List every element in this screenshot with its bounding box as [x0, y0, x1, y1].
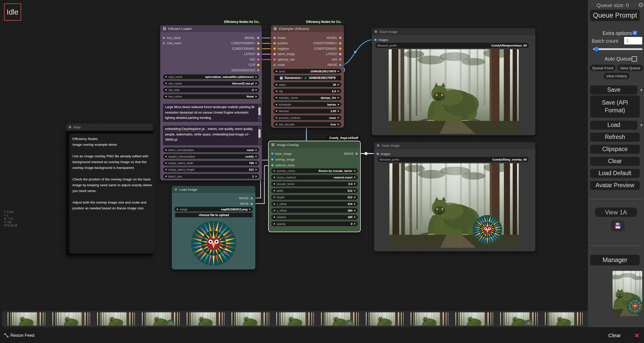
widget-seed[interactable]: ◀ seed 1046036195170979 ▶: [273, 69, 341, 74]
increment-arrow-icon[interactable]: ▶: [338, 104, 339, 106]
decrement-arrow-icon[interactable]: ◀: [165, 95, 167, 97]
widget-preview_method[interactable]: ◀ preview_method none ▶: [273, 115, 341, 120]
menu-clear-button[interactable]: Clear: [590, 157, 640, 166]
increment-arrow-icon[interactable]: ▶: [338, 123, 339, 125]
decrement-arrow-icon[interactable]: ◀: [275, 84, 277, 86]
note-textarea[interactable]: Efficiency Nodes Image overlay example d…: [69, 134, 155, 253]
positive-prompt-textarea[interactable]: Large Moss beast redwood forest landscap…: [163, 104, 261, 122]
increment-arrow-icon[interactable]: ▶: [354, 216, 356, 218]
widget-resize_method[interactable]: ◀ resize_method nearest-exact ▶: [271, 175, 358, 180]
dropdown-arrow-icon[interactable]: ▼: [640, 123, 643, 127]
node-ksampler[interactable]: Efficiency Nodes for Co.. KSampler (Effi…: [271, 25, 344, 128]
widget-overlay_resize[interactable]: ◀ overlay_resize Resize by rescale_facto…: [271, 168, 358, 173]
node-save-image-overlay[interactable]: Save Image images filename_prefix ComfyU…: [374, 142, 535, 251]
view-queue-button[interactable]: View Queue: [617, 65, 643, 71]
port-dot-cnet_stack[interactable]: [163, 42, 165, 44]
feed-thumbnail[interactable]: [455, 312, 493, 326]
port-images[interactable]: images: [375, 151, 392, 157]
feed-thumbnail[interactable]: [276, 312, 314, 326]
feed-close-button[interactable]: ×: [631, 330, 642, 341]
port-dot-MASK[interactable]: [251, 203, 253, 205]
increment-arrow-icon[interactable]: ▶: [354, 223, 356, 225]
decrement-arrow-icon[interactable]: ◀: [165, 175, 167, 177]
widget-token_normalization[interactable]: ◀ token_normalization none ▶: [163, 148, 259, 152]
menu-clipspace-button[interactable]: Clipspace: [590, 145, 640, 154]
port-VAE[interactable]: VAE: [230, 57, 261, 62]
node-load-image[interactable]: Load Image IMAGEMASK ◀ image eag00118bl5…: [172, 186, 255, 269]
decrement-arrow-icon[interactable]: ◀: [273, 190, 275, 192]
widget-filename-prefix[interactable]: filename_prefix ComfyUI\img_overlay_00: [378, 157, 529, 162]
feed-thumbnail[interactable]: [545, 312, 583, 326]
port-dot[interactable]: [374, 39, 377, 41]
widget-empty_latent_width[interactable]: ◀ empty_latent_width 768 ▶: [163, 161, 259, 166]
decrement-arrow-icon[interactable]: ◀: [273, 210, 275, 212]
decrement-arrow-icon[interactable]: ◀: [275, 117, 277, 119]
decrement-arrow-icon[interactable]: ◀: [176, 208, 178, 210]
widget-opacity[interactable]: ◀ opacity 0 ▶: [271, 221, 358, 226]
port-script[interactable]: script: [272, 62, 296, 68]
decrement-arrow-icon[interactable]: ◀: [273, 170, 275, 172]
port-dot[interactable]: [377, 153, 379, 155]
node-note[interactable]: Note Efficiency Nodes Image overlay exam…: [66, 124, 153, 256]
decrement-arrow-icon[interactable]: ◀: [165, 149, 167, 151]
port-dot-CLIP[interactable]: [257, 64, 259, 66]
port-latent_image[interactable]: latent_image: [272, 52, 296, 57]
widget-denoise[interactable]: ◀ denoise 1.00 ▶: [273, 109, 341, 114]
collapse-icon[interactable]: [163, 27, 166, 30]
widget-height[interactable]: ◀ height 512 ▶: [271, 195, 358, 200]
port-CONDITIONING+[interactable]: CONDITIONING+: [230, 41, 261, 46]
port-dot-model[interactable]: [273, 37, 276, 39]
port-model[interactable]: model: [272, 35, 296, 41]
increment-arrow-icon[interactable]: ▶: [256, 95, 257, 97]
port-dot-LATENT[interactable]: [339, 53, 341, 55]
dropdown-arrow-icon[interactable]: ▼: [640, 88, 643, 92]
increment-arrow-icon[interactable]: ▶: [354, 190, 356, 192]
port-overlay_image[interactable]: overlay_image: [270, 157, 296, 162]
increment-arrow-icon[interactable]: ▶: [256, 89, 257, 91]
widget-clip_skip[interactable]: ◀ clip_skip -2 ▶: [163, 88, 259, 92]
collapse-icon[interactable]: [69, 126, 71, 128]
feed-thumbnail[interactable]: [142, 312, 180, 326]
port-dot-CONDITIONING+[interactable]: [339, 42, 341, 44]
port-IMAGE[interactable]: IMAGE: [343, 151, 359, 157]
port-dot-script[interactable]: [273, 64, 276, 66]
increment-arrow-icon[interactable]: ▶: [256, 82, 257, 84]
collapse-icon[interactable]: [175, 188, 177, 191]
increment-arrow-icon[interactable]: ▶: [354, 196, 356, 198]
widget-steps[interactable]: ◀ steps 30 ▶: [273, 82, 341, 87]
view-history-button[interactable]: View History: [603, 73, 630, 79]
batch-count-slider[interactable]: [593, 48, 642, 50]
view-1a-button[interactable]: View 1A: [595, 208, 637, 217]
node-efficient-loader[interactable]: Efficiency Nodes for Co.. Efficient Load…: [160, 25, 262, 180]
port-dot-lora_stack[interactable]: [163, 37, 165, 39]
decrement-arrow-icon[interactable]: ◀: [275, 104, 277, 106]
port-positive[interactable]: positive: [272, 41, 296, 46]
increment-arrow-icon[interactable]: ▶: [338, 110, 339, 112]
extra-options-checkbox[interactable]: [633, 31, 637, 35]
port-dot-IMAGE[interactable]: [355, 153, 358, 155]
decrement-arrow-icon[interactable]: ◀: [275, 97, 277, 99]
decrement-arrow-icon[interactable]: ◀: [275, 90, 277, 92]
scrollbar[interactable]: ▲▼: [258, 126, 261, 145]
decrement-arrow-icon[interactable]: ◀: [165, 76, 167, 78]
feed-thumbnail[interactable]: [231, 312, 269, 326]
scrollbar[interactable]: ▲▼: [258, 104, 261, 121]
gear-icon[interactable]: [638, 2, 643, 8]
port-IMAGE[interactable]: IMAGE: [312, 62, 343, 68]
feed-thumbnail[interactable]: [8, 312, 45, 326]
decrement-arrow-icon[interactable]: ◀: [273, 216, 275, 218]
decrement-arrow-icon[interactable]: ◀: [165, 89, 167, 91]
port-dot-DEPENDENCIES[interactable]: [257, 69, 259, 71]
port-dot-latent_image[interactable]: [273, 53, 276, 55]
port-CONDITIONING-[interactable]: CONDITIONING-: [230, 46, 261, 52]
port-dot-overlay_image[interactable]: [271, 158, 273, 161]
port-LATENT[interactable]: LATENT: [230, 52, 261, 57]
port-dot-base_image[interactable]: [271, 153, 273, 155]
widget-batch_size[interactable]: ◀ batch_size 1 ▶: [163, 174, 259, 179]
port-CONDITIONING+[interactable]: CONDITIONING+: [312, 41, 343, 46]
decrement-arrow-icon[interactable]: ◀: [273, 176, 275, 178]
port-cnet_stack[interactable]: cnet_stack: [162, 41, 182, 46]
feed-thumbnail[interactable]: [187, 312, 224, 326]
increment-arrow-icon[interactable]: ▶: [354, 210, 356, 212]
widget-sampler_name[interactable]: ◀ sampler_name dpmpp_2m ▶: [273, 95, 341, 100]
